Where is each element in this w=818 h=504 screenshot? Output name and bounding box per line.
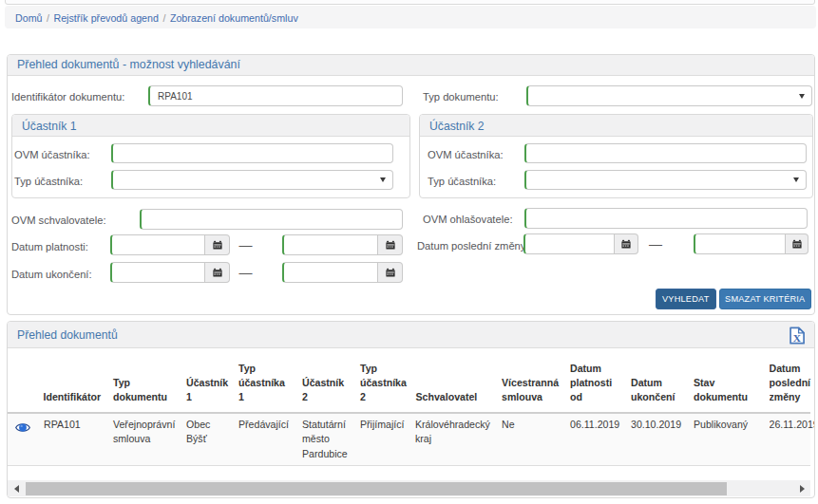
svg-text:X: X [792, 332, 801, 344]
